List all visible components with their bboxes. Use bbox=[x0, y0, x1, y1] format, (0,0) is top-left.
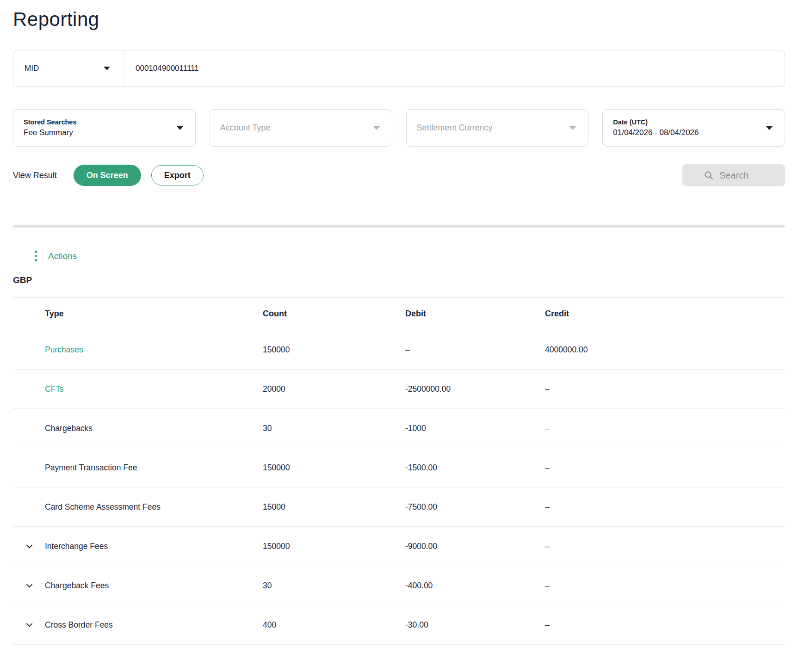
chevron-down-icon bbox=[104, 67, 110, 70]
settlement-currency-placeholder: Settlement Currency bbox=[417, 123, 493, 133]
mid-filter-bar: MID 000104900011111 bbox=[13, 50, 785, 87]
stored-searches-select[interactable]: Stored Searches Fee Summary bbox=[13, 109, 196, 147]
cell-count: 30 bbox=[263, 581, 405, 591]
account-type-select[interactable]: Account Type bbox=[210, 109, 392, 147]
cell-type: Chargeback Fees bbox=[13, 581, 263, 591]
cell-debit: -7500.00 bbox=[405, 502, 545, 512]
cell-type[interactable]: CFTs bbox=[13, 384, 263, 394]
cell-count: 150000 bbox=[263, 463, 405, 473]
chevron-down-icon bbox=[25, 542, 34, 551]
chevron-down-icon bbox=[25, 621, 34, 629]
cell-debit: – bbox=[405, 345, 545, 355]
table-row: Card Scheme Assessment Fees 15000 -7500.… bbox=[13, 487, 785, 527]
cell-count: 20000 bbox=[263, 384, 405, 394]
cell-credit: – bbox=[545, 424, 785, 433]
actions-label: Actions bbox=[48, 251, 77, 261]
table-row: CFTs 20000 -2500000.00 – bbox=[13, 370, 785, 409]
cell-count: 400 bbox=[263, 620, 405, 630]
actions-button[interactable]: Actions bbox=[13, 251, 77, 261]
table-header-row: Type Count Debit Credit bbox=[13, 298, 785, 330]
account-type-placeholder: Account Type bbox=[220, 123, 271, 133]
search-icon bbox=[704, 170, 714, 180]
chevron-down-icon bbox=[177, 126, 183, 130]
view-result-label: View Result bbox=[13, 171, 57, 180]
fee-summary-table: Type Count Debit Credit Purchases 150000… bbox=[13, 297, 785, 645]
cell-debit: -30.00 bbox=[405, 620, 545, 630]
search-input[interactable] bbox=[719, 170, 764, 181]
cell-credit: 4000000.00 bbox=[545, 345, 785, 355]
cell-credit: – bbox=[545, 542, 785, 551]
chevron-down-icon bbox=[373, 126, 380, 130]
mid-select-label: MID bbox=[25, 64, 39, 73]
cell-count: 15000 bbox=[263, 502, 405, 512]
table-row: Payment Transaction Fee 150000 -1500.00 … bbox=[13, 448, 785, 487]
chevron-down-icon bbox=[569, 126, 576, 130]
currency-group-label: GBP bbox=[13, 275, 785, 285]
search-box[interactable] bbox=[682, 164, 785, 186]
cell-debit: -9000.00 bbox=[405, 542, 545, 551]
expand-row-button[interactable] bbox=[23, 619, 36, 631]
column-header-debit: Debit bbox=[405, 309, 545, 319]
cell-debit: -400.00 bbox=[405, 581, 545, 591]
cell-debit: -2500000.00 bbox=[405, 384, 545, 394]
kebab-menu-icon bbox=[35, 251, 37, 261]
stored-searches-value: Fee Summary bbox=[24, 128, 76, 137]
date-label: Date (UTC) bbox=[613, 118, 699, 126]
cell-type[interactable]: Purchases bbox=[13, 345, 263, 355]
table-row: Chargeback Fees 30 -400.00 – bbox=[13, 566, 785, 605]
table-row: Cross Border Fees 400 -30.00 – bbox=[13, 605, 785, 645]
expand-row-button[interactable] bbox=[23, 580, 36, 592]
table-row: Interchange Fees 150000 -9000.00 – bbox=[13, 527, 785, 566]
expand-row-button[interactable] bbox=[23, 540, 36, 553]
stored-searches-label: Stored Searches bbox=[24, 118, 76, 126]
cell-debit: -1000 bbox=[405, 424, 545, 433]
section-divider bbox=[13, 225, 785, 228]
cell-credit: – bbox=[545, 384, 785, 394]
cell-credit: – bbox=[545, 502, 785, 512]
cell-credit: – bbox=[545, 620, 785, 630]
date-value: 01/04/2026 - 08/04/2026 bbox=[613, 128, 699, 137]
mid-type-select[interactable]: MID bbox=[13, 50, 124, 86]
settlement-currency-select[interactable]: Settlement Currency bbox=[406, 109, 589, 147]
on-screen-button[interactable]: On Screen bbox=[74, 165, 141, 186]
column-header-credit: Credit bbox=[545, 309, 785, 319]
date-range-select[interactable]: Date (UTC) 01/04/2026 - 08/04/2026 bbox=[602, 109, 785, 147]
cell-credit: – bbox=[545, 581, 785, 591]
export-button[interactable]: Export bbox=[151, 165, 204, 185]
cell-count: 150000 bbox=[263, 345, 405, 355]
cell-count: 30 bbox=[263, 424, 405, 433]
table-row: Purchases 150000 – 4000000.00 bbox=[13, 330, 785, 370]
view-result-row: View Result On Screen Export bbox=[13, 164, 785, 186]
chevron-down-icon bbox=[25, 581, 34, 590]
cell-credit: – bbox=[545, 463, 785, 473]
cell-debit: -1500.00 bbox=[405, 463, 545, 473]
cell-count: 150000 bbox=[263, 542, 405, 551]
chevron-down-icon bbox=[766, 126, 773, 130]
fee-table-body: Purchases 150000 – 4000000.00 CFTs 20000… bbox=[13, 330, 785, 645]
column-header-count: Count bbox=[263, 309, 405, 319]
cell-type: Interchange Fees bbox=[13, 542, 263, 551]
cell-type: Chargebacks bbox=[13, 424, 263, 433]
cell-type: Cross Border Fees bbox=[13, 620, 263, 630]
cell-type: Payment Transaction Fee bbox=[13, 463, 263, 473]
table-row: Chargebacks 30 -1000 – bbox=[13, 409, 785, 448]
cell-type: Card Scheme Assessment Fees bbox=[13, 502, 263, 512]
filter-row: Stored Searches Fee Summary Account Type… bbox=[13, 109, 785, 147]
page-title: Reporting bbox=[13, 0, 785, 31]
column-header-type: Type bbox=[13, 309, 263, 319]
mid-value-input[interactable]: 000104900011111 bbox=[124, 50, 785, 86]
